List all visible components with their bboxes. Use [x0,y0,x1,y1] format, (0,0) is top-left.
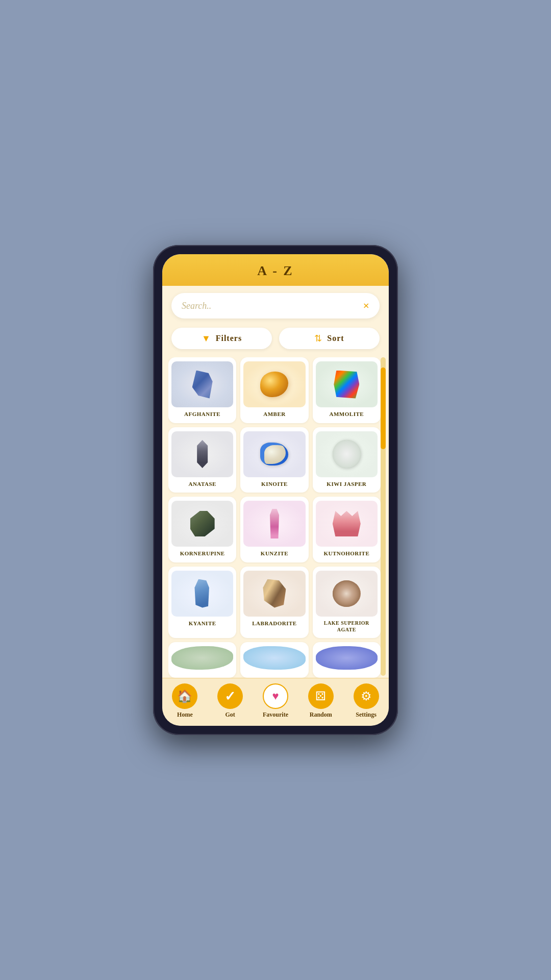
heart-icon: ♥ [272,690,279,703]
mineral-card-kyanite[interactable]: Kyanite [168,567,236,638]
mineral-card-labradorite[interactable]: Labradorite [240,567,308,638]
mineral-name-kiwi-jasper: Kiwi Jasper [327,480,366,487]
mineral-card-ammolite[interactable]: Ammolite [313,357,381,423]
got-icon-circle: ✓ [217,683,243,709]
nav-label-got: Got [226,711,235,719]
mineral-image-ammolite [316,361,378,407]
mineral-image-labradorite [243,571,305,617]
mineral-name-kinoite: Kinoite [261,480,288,487]
nav-item-settings[interactable]: ⚙ Settings [343,683,389,719]
mineral-image-kiwi-jasper [316,431,378,477]
search-section: Search.. × [162,286,389,324]
mineral-card-lake-superior[interactable]: Lake SuperiorAgate [313,567,381,638]
random-icon-circle: ⚄ [308,683,334,709]
home-icon: 🏠 [177,689,192,703]
nav-item-favourite[interactable]: ♥ Favourite [253,683,298,719]
nav-label-settings: Settings [356,711,377,719]
gear-icon: ⚙ [361,689,372,703]
home-icon-circle: 🏠 [172,683,197,709]
sort-icon: ⇅ [314,333,322,344]
filter-icon: ▼ [202,333,211,344]
mineral-image-kinoite [243,431,305,477]
mineral-image-kyanite [171,571,233,617]
mineral-name-amber: Amber [263,410,285,418]
nav-label-home: Home [177,711,193,719]
mineral-name-kornerupine: Kornerupine [180,550,225,557]
page-title: A - Z [172,263,379,279]
mineral-name-kutnohorite: Kutnohorite [323,550,369,557]
mineral-card-kiwi-jasper[interactable]: Kiwi Jasper [313,427,381,493]
mineral-image-lake-superior [316,571,378,617]
mineral-name-kunzite: Kunzite [261,550,288,557]
minerals-grid-container: Afghanite Amber Ammolite Anatase K [162,355,389,678]
mineral-name-labradorite: Labradorite [252,620,296,627]
checkmark-icon: ✓ [224,689,236,704]
filters-button[interactable]: ▼ Filters [171,328,272,349]
phone-screen: A - Z Search.. × ▼ Filters ⇅ Sort [162,254,389,726]
nav-item-got[interactable]: ✓ Got [208,683,253,719]
header: A - Z [162,254,389,286]
search-bar: Search.. × [171,293,380,318]
mineral-card-kinoite[interactable]: Kinoite [240,427,308,493]
clear-search-button[interactable]: × [363,299,369,312]
mineral-card-anatase[interactable]: Anatase [168,427,236,493]
mineral-name-kyanite: Kyanite [189,620,216,627]
mineral-image-kunzite [243,501,305,547]
mineral-card-afghanite[interactable]: Afghanite [168,357,236,423]
filter-sort-row: ▼ Filters ⇅ Sort [162,324,389,355]
mineral-name-ammolite: Ammolite [330,410,364,418]
mineral-name-afghanite: Afghanite [184,410,220,418]
filters-label: Filters [216,334,242,343]
mineral-image-amber [243,361,305,407]
search-input[interactable]: Search.. [182,301,211,311]
nav-item-home[interactable]: 🏠 Home [162,683,208,719]
mineral-name-lake-superior: Lake SuperiorAgate [324,620,369,633]
mineral-card-partial-3[interactable] [313,642,381,678]
nav-label-random: Random [310,711,332,719]
mineral-image-anatase [171,431,233,477]
mineral-image-kutnohorite [316,501,378,547]
mineral-image-kornerupine [171,501,233,547]
sort-label: Sort [327,334,344,343]
scrollbar-track [381,357,386,676]
mineral-card-partial-2[interactable] [240,642,308,678]
bottom-navigation: 🏠 Home ✓ Got ♥ Favourite ⚄ Ra [162,678,389,726]
mineral-image-afghanite [171,361,233,407]
nav-label-favourite: Favourite [263,711,288,719]
mineral-card-kunzite[interactable]: Kunzite [240,497,308,562]
nav-item-random[interactable]: ⚄ Random [298,683,343,719]
mineral-name-anatase: Anatase [188,480,216,487]
scrollbar-thumb[interactable] [381,368,386,449]
minerals-grid: Afghanite Amber Ammolite Anatase K [168,357,383,678]
mineral-card-amber[interactable]: Amber [240,357,308,423]
mineral-card-partial-1[interactable] [168,642,236,678]
phone-frame: A - Z Search.. × ▼ Filters ⇅ Sort [153,245,398,735]
favourite-icon-circle: ♥ [263,683,288,709]
settings-icon-circle: ⚙ [354,683,379,709]
dice-icon: ⚄ [315,689,326,703]
mineral-card-kutnohorite[interactable]: Kutnohorite [313,497,381,562]
mineral-card-kornerupine[interactable]: Kornerupine [168,497,236,562]
sort-button[interactable]: ⇅ Sort [279,328,380,349]
